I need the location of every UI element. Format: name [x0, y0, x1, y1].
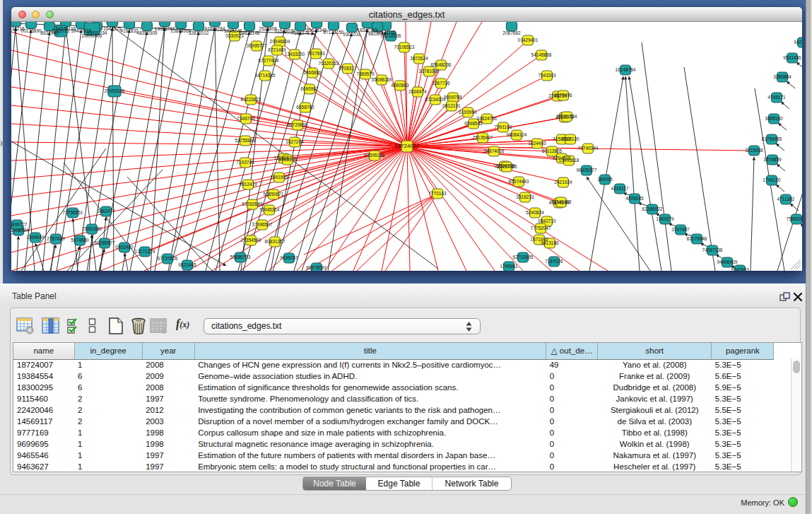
svg-text:2328120: 2328120 — [561, 136, 579, 141]
svg-text:00133890: 00133890 — [21, 28, 42, 33]
svg-text:4711382: 4711382 — [777, 197, 795, 201]
svg-text:91669784: 91669784 — [205, 26, 225, 31]
svg-text:6690967: 6690967 — [300, 86, 319, 91]
svg-text:6193990: 6193990 — [459, 110, 477, 115]
svg-text:61595148: 61595148 — [365, 153, 385, 158]
svg-text:3482477: 3482477 — [97, 209, 115, 214]
svg-text:3518233: 3518233 — [516, 194, 534, 199]
svg-text:3685160: 3685160 — [765, 116, 783, 121]
svg-text:80831367: 80831367 — [265, 239, 286, 244]
svg-text:1627204: 1627204 — [286, 139, 304, 144]
svg-text:20091406: 20091406 — [82, 33, 102, 38]
svg-text:87277434: 87277434 — [259, 58, 279, 63]
svg-text:0932480: 0932480 — [115, 245, 134, 250]
svg-text:34624751: 34624751 — [477, 116, 498, 121]
svg-text:65648236: 65648236 — [431, 62, 452, 67]
svg-text:70106513: 70106513 — [394, 45, 415, 49]
svg-text:77752047: 77752047 — [531, 226, 551, 230]
svg-text:98084124: 98084124 — [507, 132, 527, 137]
svg-text:1491905: 1491905 — [270, 175, 288, 180]
svg-text:5466889: 5466889 — [303, 70, 322, 75]
svg-text:9421047: 9421047 — [794, 40, 802, 45]
svg-text:15451680: 15451680 — [82, 226, 102, 231]
svg-text:75869261: 75869261 — [787, 216, 802, 221]
svg-text:9521456: 9521456 — [783, 55, 801, 60]
svg-text:99091334: 99091334 — [557, 114, 577, 119]
svg-text:164095: 164095 — [597, 177, 613, 182]
svg-text:80112805: 80112805 — [542, 148, 563, 153]
svg-text:76320163: 76320163 — [319, 61, 339, 66]
svg-text:1969379: 1969379 — [656, 216, 674, 221]
svg-text:3872624: 3872624 — [410, 56, 428, 61]
svg-text:7917693: 7917693 — [307, 51, 325, 56]
svg-text:9743953: 9743953 — [731, 267, 749, 271]
svg-text:1647525: 1647525 — [103, 26, 122, 31]
svg-text:3285884: 3285884 — [773, 74, 792, 79]
svg-text:13171274: 13171274 — [135, 249, 155, 254]
svg-text:32871012: 32871012 — [189, 30, 209, 35]
svg-text:60385977: 60385977 — [95, 240, 115, 245]
svg-text:6998543: 6998543 — [464, 121, 483, 126]
svg-text:13433200: 13433200 — [285, 52, 305, 57]
svg-text:4005045: 4005045 — [625, 196, 644, 201]
svg-text:9912419: 9912419 — [239, 182, 257, 187]
svg-text:2606474: 2606474 — [408, 89, 427, 94]
svg-text:82175946: 82175946 — [687, 236, 707, 241]
svg-text:62729806: 62729806 — [288, 122, 308, 127]
svg-text:5674680: 5674680 — [71, 238, 89, 243]
svg-text:67737826: 67737826 — [158, 256, 178, 261]
svg-text:62386922: 62386922 — [642, 206, 663, 211]
svg-text:9301031: 9301031 — [343, 32, 361, 37]
svg-text:3215938: 3215938 — [745, 148, 763, 153]
svg-text:81223623: 81223623 — [241, 97, 261, 102]
svg-text:7346706: 7346706 — [237, 116, 255, 121]
svg-text:96405377: 96405377 — [577, 168, 597, 173]
svg-text:2421024: 2421024 — [554, 180, 572, 185]
svg-text:1745961: 1745961 — [500, 264, 518, 269]
svg-text:20053346: 20053346 — [105, 88, 125, 93]
svg-text:2787429: 2787429 — [47, 236, 65, 241]
svg-text:51850671: 51850671 — [264, 192, 284, 197]
svg-text:19218506: 19218506 — [381, 33, 401, 38]
svg-text:9413186: 9413186 — [541, 240, 559, 245]
svg-text:6658760: 6658760 — [296, 105, 314, 110]
svg-text:94406409: 94406409 — [717, 259, 738, 264]
svg-text:71906594: 71906594 — [11, 228, 29, 233]
svg-text:5240824: 5240824 — [526, 210, 544, 215]
svg-text:81754965: 81754965 — [762, 136, 782, 141]
svg-text:01429401: 01429401 — [518, 37, 539, 42]
svg-text:1746120: 1746120 — [763, 177, 781, 182]
svg-text:7543303: 7543303 — [538, 73, 556, 78]
svg-text:3267736: 3267736 — [432, 81, 450, 86]
svg-text:5009788: 5009788 — [444, 95, 462, 100]
svg-text:25135427: 25135427 — [473, 135, 493, 140]
svg-text:2087682: 2087682 — [502, 30, 521, 35]
svg-text:4966319: 4966319 — [278, 157, 297, 162]
svg-text:55698169: 55698169 — [372, 77, 392, 82]
svg-text:34874016: 34874016 — [484, 148, 505, 153]
svg-text:71746488: 71746488 — [551, 199, 572, 204]
svg-text:29946804: 29946804 — [270, 39, 290, 44]
svg-text:74367136: 74367136 — [702, 247, 723, 252]
svg-text:9821465: 9821465 — [178, 262, 196, 267]
svg-text:34957885: 34957885 — [497, 164, 517, 169]
svg-text:87133150: 87133150 — [324, 30, 344, 35]
svg-text:0330923: 0330923 — [225, 33, 244, 38]
svg-text:4192832: 4192832 — [120, 28, 139, 33]
svg-text:37996507: 37996507 — [252, 222, 273, 227]
svg-text:7193745: 7193745 — [236, 160, 254, 165]
svg-text:2055721: 2055721 — [52, 28, 70, 33]
svg-text:16148784: 16148784 — [616, 67, 636, 72]
svg-text:86578091: 86578091 — [307, 265, 327, 270]
svg-text:55886753: 55886753 — [230, 255, 251, 259]
svg-text:8677496: 8677496 — [554, 93, 572, 98]
svg-text:62702895: 62702895 — [513, 255, 534, 259]
svg-text:13493618: 13493618 — [559, 158, 579, 163]
svg-text:34714345: 34714345 — [255, 73, 276, 78]
svg-text:3747407: 3747407 — [671, 227, 690, 232]
svg-text:18724007: 18724007 — [394, 143, 420, 149]
svg-text:1399049: 1399049 — [26, 235, 45, 240]
svg-text:7770143: 7770143 — [428, 191, 447, 196]
svg-text:87234309: 87234309 — [425, 97, 446, 102]
svg-text:31781080: 31781080 — [419, 69, 440, 74]
